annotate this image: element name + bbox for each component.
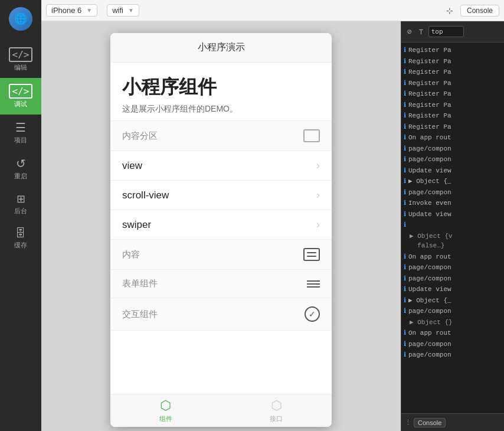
info-dot: ℹ bbox=[404, 122, 406, 132]
tab-interface[interactable]: ⬡ 接口 bbox=[221, 394, 332, 427]
log-line: ℹpage/compon bbox=[401, 306, 504, 317]
top-bar: iPhone 6 ▼ wifi ▼ ⊹ Console bbox=[41, 0, 504, 21]
phone-hero-sub: 这是展示小程序组件的DEMO。 bbox=[122, 104, 320, 115]
log-text: ▶ Object {_ bbox=[408, 296, 451, 306]
log-text: Register Pa bbox=[408, 100, 451, 110]
log-text: On app rout bbox=[408, 133, 451, 143]
device-selector[interactable]: iPhone 6 ▼ bbox=[46, 4, 97, 17]
info-dot: ℹ bbox=[404, 339, 406, 350]
log-line: ℹRegister Pa bbox=[401, 45, 504, 56]
more-icon[interactable]: ⋮ bbox=[405, 419, 411, 426]
project-icon: ☰ bbox=[15, 120, 26, 135]
section-content: 内容 bbox=[110, 240, 332, 270]
sidebar-item-debug[interactable]: </> 调试 bbox=[0, 78, 41, 115]
info-dot: ℹ bbox=[404, 188, 406, 198]
log-object: ▶ Object {} bbox=[401, 317, 504, 328]
log-line: ℹOn app rout bbox=[401, 328, 504, 339]
cache-icon: 🗄 bbox=[15, 227, 26, 240]
swiper-arrow-icon: › bbox=[316, 218, 320, 231]
debug-icon: </> bbox=[9, 84, 33, 99]
info-dot: ℹ bbox=[404, 274, 406, 284]
info-dot: ℹ bbox=[404, 166, 406, 176]
log-text: page/compon bbox=[408, 274, 451, 284]
info-dot: ℹ bbox=[404, 220, 406, 230]
sidebar-item-restart-label: 重启 bbox=[14, 172, 27, 181]
log-text: Register Pa bbox=[408, 122, 451, 132]
section-form: 表单组件 bbox=[110, 270, 332, 298]
log-line: ℹOn app rout bbox=[401, 252, 504, 263]
log-text: page/compon bbox=[408, 350, 451, 360]
log-text: page/compon bbox=[408, 339, 451, 350]
scroll-view-arrow-icon: › bbox=[316, 189, 320, 201]
info-dot: ℹ bbox=[404, 67, 406, 77]
main-content: iPhone 6 ▼ wifi ▼ ⊹ Console 小程序演示 小程序组件 bbox=[41, 0, 504, 431]
console-filter-input[interactable] bbox=[428, 26, 464, 37]
tab-components[interactable]: ⬡ 组件 bbox=[110, 394, 221, 427]
scroll-view-label: scroll-view bbox=[122, 190, 169, 201]
console-log-area[interactable]: ℹRegister Pa ℹRegister Pa ℹRegister Pa ℹ… bbox=[401, 43, 504, 413]
editor-icon: </> bbox=[9, 47, 33, 62]
info-dot: ℹ bbox=[404, 306, 406, 316]
log-line: ℹUpdate view bbox=[401, 284, 504, 295]
backend-icon: ⊞ bbox=[17, 192, 25, 205]
info-dot: ℹ bbox=[404, 57, 406, 67]
sidebar-item-backend[interactable]: ⊞ 后台 bbox=[0, 187, 41, 221]
block-icon[interactable]: ⊘ bbox=[405, 26, 414, 38]
phone-body: 内容分区 view › scroll-view › bbox=[110, 121, 332, 394]
menu-item-scroll-view[interactable]: scroll-view › bbox=[110, 181, 332, 210]
tab-interface-label: 接口 bbox=[270, 414, 283, 423]
log-text: Register Pa bbox=[408, 57, 451, 67]
simulator-area: 小程序演示 小程序组件 这是展示小程序组件的DEMO。 内容分区 bbox=[41, 21, 401, 431]
info-dot: ℹ bbox=[404, 133, 406, 143]
log-object2-text: ▶ Object {} bbox=[410, 318, 453, 328]
log-text: page/compon bbox=[408, 306, 451, 316]
circle-check-icon: ✓ bbox=[305, 306, 320, 322]
wifi-label: wifi bbox=[112, 6, 123, 15]
log-object-text: ▶ Object {v false…} bbox=[410, 231, 453, 251]
info-dot: ℹ bbox=[404, 111, 406, 121]
cursor-icon-button[interactable]: ⊹ bbox=[441, 2, 458, 19]
info-dot: ℹ bbox=[404, 252, 406, 262]
section4-label: 交互组件 bbox=[122, 309, 158, 320]
log-line: ℹRegister Pa bbox=[401, 89, 504, 100]
log-line: ℹRegister Pa bbox=[401, 100, 504, 111]
log-line: ℹ▶ Object {_ bbox=[401, 295, 504, 306]
log-text: Register Pa bbox=[408, 79, 451, 89]
log-line: ℹpage/compon bbox=[401, 262, 504, 273]
log-text: Register Pa bbox=[408, 67, 451, 77]
log-line: ℹ▶ Object {_ bbox=[401, 176, 504, 187]
log-text: page/compon bbox=[408, 188, 451, 198]
sidebar-item-editor[interactable]: </> 编辑 bbox=[0, 41, 41, 78]
phone-frame: 小程序演示 小程序组件 这是展示小程序组件的DEMO。 内容分区 bbox=[110, 33, 332, 427]
device-arrow-icon: ▼ bbox=[86, 7, 92, 14]
view-arrow-icon: › bbox=[316, 159, 320, 172]
log-text: page/compon bbox=[408, 144, 451, 154]
log-line: ℹ bbox=[401, 220, 504, 231]
tab-components-label: 组件 bbox=[159, 414, 172, 423]
info-dot: ℹ bbox=[404, 89, 406, 99]
console-toolbar: ⊘ ⊤ bbox=[401, 21, 504, 43]
sidebar-item-project-label: 项目 bbox=[14, 136, 27, 145]
info-dot: ℹ bbox=[404, 350, 406, 360]
console-bottom-button[interactable]: Console bbox=[414, 418, 446, 427]
wifi-selector[interactable]: wifi ▼ bbox=[107, 4, 139, 17]
sidebar: 🌐 </> 编辑 </> 调试 ☰ 项目 ↺ 重启 ⊞ 后台 🗄 缓存 bbox=[0, 0, 41, 431]
filter-icon[interactable]: ⊤ bbox=[417, 26, 426, 38]
swiper-label: swiper bbox=[122, 219, 151, 231]
log-line: ℹRegister Pa bbox=[401, 56, 504, 67]
sidebar-item-restart[interactable]: ↺ 重启 bbox=[0, 151, 41, 187]
sidebar-item-cache-label: 缓存 bbox=[14, 241, 27, 250]
avatar: 🌐 bbox=[9, 7, 32, 31]
section-interact: 交互组件 ✓ bbox=[110, 298, 332, 331]
console-button[interactable]: Console bbox=[460, 5, 499, 17]
log-text: Update view bbox=[408, 210, 451, 220]
sidebar-item-project[interactable]: ☰ 项目 bbox=[0, 115, 41, 151]
content-icon bbox=[303, 248, 320, 261]
sidebar-item-cache[interactable]: 🗄 缓存 bbox=[0, 221, 41, 256]
menu-item-swiper[interactable]: swiper › bbox=[110, 210, 332, 240]
log-text: On app rout bbox=[408, 252, 451, 262]
log-object: ▶ Object {v false…} bbox=[401, 231, 504, 252]
log-text: On app rout bbox=[408, 328, 451, 338]
info-dot: ℹ bbox=[404, 45, 406, 55]
menu-item-view[interactable]: view › bbox=[110, 151, 332, 181]
